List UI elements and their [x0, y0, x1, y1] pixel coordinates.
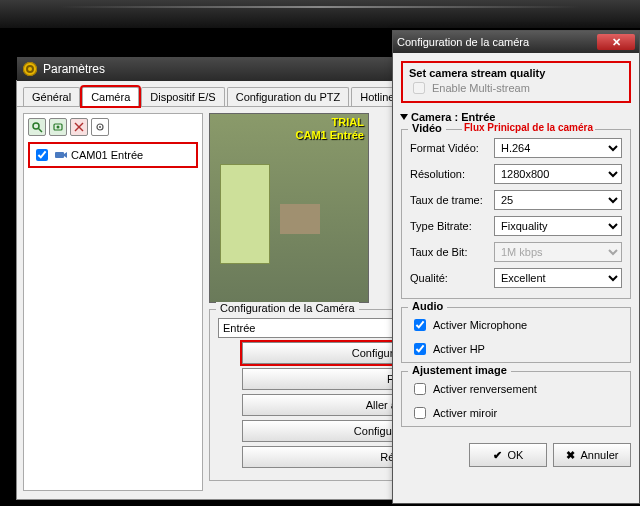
enable-flip-label: Activer renversement	[433, 383, 537, 395]
dialog-buttons: ✔ OK ✖ Annuler	[393, 443, 639, 467]
settings-camera-icon[interactable]	[91, 118, 109, 136]
preview-overlay-line2: CAM1 Entrée	[296, 129, 364, 142]
enable-mirror-row[interactable]: Activer miroir	[410, 404, 622, 422]
cancel-button[interactable]: ✖ Annuler	[553, 443, 631, 467]
enable-multistream-checkbox[interactable]	[413, 82, 425, 94]
preview-scene-object	[220, 164, 270, 264]
camera-checkbox[interactable]	[36, 149, 48, 161]
resolution-select[interactable]: 1280x800	[494, 164, 622, 184]
svg-point-0	[33, 123, 39, 129]
ok-label: OK	[508, 449, 524, 461]
camera-item-label: CAM01 Entrée	[71, 149, 143, 161]
app-top-bar	[0, 0, 640, 28]
bitrate-select: 1M kbps	[494, 242, 622, 262]
ok-button[interactable]: ✔ OK	[469, 443, 547, 467]
tab-camera[interactable]: Caméra	[82, 87, 139, 106]
video-fieldset: Vidéo Flux Prinicpal de la caméra Format…	[401, 129, 631, 299]
add-camera-icon[interactable]	[49, 118, 67, 136]
preview-overlay: TRIAL CAM1 Entrée	[296, 116, 364, 142]
quality-select[interactable]: Excellent	[494, 268, 622, 288]
enable-mic-checkbox[interactable]	[414, 319, 426, 331]
svg-point-3	[57, 126, 60, 129]
video-format-select[interactable]: H.264	[494, 138, 622, 158]
video-format-label: Format Vidéo:	[410, 142, 494, 154]
camera-config-group-title: Configuration de la Caméra	[216, 302, 359, 314]
camera-list-panel: CAM01 Entrée	[23, 113, 203, 491]
image-adjust-fieldset: Ajustement image Activer renversement Ac…	[401, 371, 631, 427]
enable-mirror-label: Activer miroir	[433, 407, 497, 419]
delete-camera-icon[interactable]	[70, 118, 88, 136]
audio-fieldset-title: Audio	[408, 300, 447, 312]
bitrate-type-label: Type Bitrate:	[410, 220, 494, 232]
camera-config-dialog: Configuration de la caméra ✕ Set camera …	[392, 30, 640, 504]
enable-speaker-label: Activer HP	[433, 343, 485, 355]
audio-fieldset: Audio Activer Microphone Activer HP	[401, 307, 631, 363]
top-bar-divider	[60, 6, 580, 8]
enable-multistream-row[interactable]: Enable Multi-stream	[409, 79, 623, 97]
enable-flip-checkbox[interactable]	[414, 383, 426, 395]
enable-mic-row[interactable]: Activer Microphone	[410, 316, 622, 334]
dialog-titlebar[interactable]: Configuration de la caméra ✕	[393, 31, 639, 53]
camera-icon	[54, 148, 68, 162]
svg-marker-9	[64, 152, 67, 158]
camera-toolbar	[28, 118, 198, 136]
main-stream-note: Flux Prinicpal de la caméra	[462, 122, 595, 133]
parameters-title: Paramètres	[43, 62, 105, 76]
quality-label: Qualité:	[410, 272, 494, 284]
video-fieldset-title: Vidéo	[408, 122, 446, 134]
preview-scene-object-2	[280, 204, 320, 234]
svg-point-7	[99, 126, 101, 128]
enable-speaker-row[interactable]: Activer HP	[410, 340, 622, 358]
cancel-label: Annuler	[581, 449, 619, 461]
close-button[interactable]: ✕	[597, 34, 635, 50]
tab-ptz-config[interactable]: Configuration du PTZ	[227, 87, 350, 106]
enable-mic-label: Activer Microphone	[433, 319, 527, 331]
search-camera-icon[interactable]	[28, 118, 46, 136]
enable-speaker-checkbox[interactable]	[414, 343, 426, 355]
image-adjust-title: Ajustement image	[408, 364, 511, 376]
tab-general[interactable]: Général	[23, 87, 80, 106]
framerate-label: Taux de trame:	[410, 194, 494, 206]
stream-quality-box: Set camera stream quality Enable Multi-s…	[401, 61, 631, 103]
close-icon: ✕	[612, 36, 621, 49]
disclosure-triangle-icon[interactable]	[400, 114, 408, 120]
check-icon: ✔	[493, 449, 502, 462]
enable-mirror-checkbox[interactable]	[414, 407, 426, 419]
framerate-select[interactable]: 25	[494, 190, 622, 210]
svg-rect-8	[55, 152, 64, 158]
bitrate-label: Taux de Bit:	[410, 246, 494, 258]
svg-line-1	[39, 129, 43, 133]
dialog-title: Configuration de la caméra	[397, 36, 529, 48]
preview-overlay-line1: TRIAL	[296, 116, 364, 129]
resolution-label: Résolution:	[410, 168, 494, 180]
x-icon: ✖	[566, 449, 575, 462]
bitrate-type-select[interactable]: Fixquality	[494, 216, 622, 236]
dialog-body: Set camera stream quality Enable Multi-s…	[393, 53, 639, 443]
gear-icon	[23, 62, 37, 76]
tab-io-device[interactable]: Dispositif E/S	[141, 87, 224, 106]
camera-preview: TRIAL CAM1 Entrée	[209, 113, 369, 303]
camera-list-item[interactable]: CAM01 Entrée	[28, 142, 198, 168]
stream-quality-title: Set camera stream quality	[409, 67, 623, 79]
enable-multistream-label: Enable Multi-stream	[432, 82, 530, 94]
enable-flip-row[interactable]: Activer renversement	[410, 380, 622, 398]
